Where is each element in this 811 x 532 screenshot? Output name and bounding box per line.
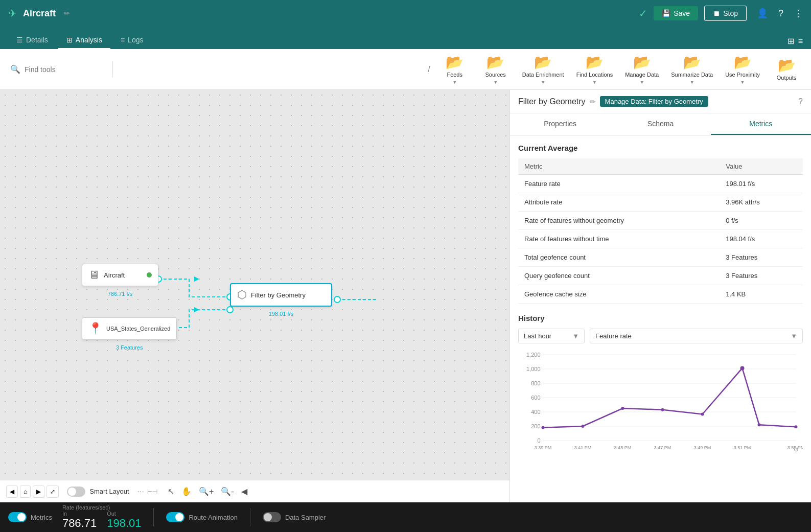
- metric-select-value: Feature rate: [595, 332, 632, 340]
- panel-title: Filter by Geometry: [518, 97, 586, 106]
- summarize-data-label: Summarize Data: [671, 72, 713, 78]
- metric-name: Total geofence count: [518, 248, 720, 267]
- table-row: Attribute rate 3.96K attr/s: [518, 193, 803, 212]
- details-icon: ☰: [16, 36, 23, 44]
- route-animation-toggle: Route Animation: [166, 512, 237, 522]
- history-section: History Last hour ▼ Feature rate ▼: [518, 314, 803, 452]
- out-label: Out: [107, 511, 141, 517]
- tool-outputs[interactable]: 📂 Outputs: [766, 49, 807, 90]
- pan-tool-button[interactable]: ✋: [179, 485, 194, 497]
- metric-select[interactable]: Feature rate ▼: [590, 329, 803, 343]
- toolbar: 🔍 / 📂 Feeds ▼ 📂 Sources ▼ 📂 Data Enrichm…: [0, 49, 811, 90]
- toolbar-search: 🔍: [4, 61, 113, 77]
- tool-summarize-data[interactable]: 📂 Summarize Data ▼: [665, 49, 719, 90]
- more-options-icon[interactable]: ⋮: [794, 8, 803, 19]
- zoom-in-button[interactable]: 🔍+: [197, 485, 216, 497]
- search-icon: 🔍: [10, 64, 20, 74]
- table-row: Rate of features without time 198.04 f/s: [518, 230, 803, 248]
- outputs-label: Outputs: [777, 75, 797, 81]
- dots-separator-icon: ···: [137, 487, 144, 496]
- node-aircraft[interactable]: 🖥 Aircraft 786.71 f/s: [82, 264, 158, 286]
- stop-button[interactable]: ⏹ Stop: [704, 6, 747, 21]
- list-view-icon[interactable]: ≡: [798, 37, 803, 46]
- table-row: Geofence cache size 1.4 KB: [518, 285, 803, 304]
- collapse-panel-button[interactable]: ◀: [239, 485, 249, 497]
- canvas[interactable]: 🖥 Aircraft 786.71 f/s 📍 USA_States_Gener…: [0, 90, 509, 502]
- tab-schema[interactable]: Schema: [610, 113, 710, 135]
- time-range-select[interactable]: Last hour ▼: [518, 329, 585, 343]
- summarize-data-arrow-icon: ▼: [690, 80, 694, 85]
- data-enrichment-icon: 📂: [534, 54, 552, 71]
- tab-logs[interactable]: ≡ Logs: [112, 32, 152, 49]
- zoom-out-button[interactable]: 🔍-: [219, 485, 236, 497]
- metric-value: 1.4 KB: [720, 285, 803, 304]
- node-usa-states[interactable]: 📍 USA_States_Generalized 3 Features: [82, 317, 177, 340]
- history-title: History: [518, 314, 803, 322]
- nav-next-icon[interactable]: ▶: [33, 485, 44, 498]
- metric-value: 198.01 f/s: [720, 175, 803, 193]
- panel-edit-icon[interactable]: ✏: [590, 98, 596, 106]
- metrics-switch[interactable]: [8, 512, 27, 522]
- smart-layout-switch[interactable]: [67, 487, 85, 497]
- tool-sources[interactable]: 📂 Sources ▼: [475, 49, 516, 90]
- time-range-value: Last hour: [524, 332, 551, 340]
- analysis-icon: ⊞: [66, 36, 73, 44]
- tool-feeds[interactable]: 📂 Feeds ▼: [434, 49, 475, 90]
- nav-prev-icon[interactable]: ◀: [6, 485, 18, 498]
- outputs-icon: 📂: [778, 57, 796, 74]
- bottom-bar: Metrics Rate (features/sec) In 786.71 Ou…: [0, 502, 811, 532]
- aircraft-status-indicator: [147, 272, 152, 277]
- smart-layout-label: Smart Layout: [89, 488, 129, 495]
- search-input[interactable]: [25, 65, 106, 74]
- svg-point-27: [758, 423, 761, 426]
- panel-tabs: Properties Schema Metrics: [510, 113, 811, 135]
- collapse-toolbar-icon[interactable]: /: [424, 65, 434, 74]
- main-content: 🖥 Aircraft 786.71 f/s 📍 USA_States_Gener…: [0, 90, 811, 502]
- nav-home-icon[interactable]: ⌂: [20, 485, 31, 498]
- metric-name: Attribute rate: [518, 193, 720, 212]
- tab-details[interactable]: ☰ Details: [8, 32, 56, 49]
- aircraft-node-icon: 🖥: [88, 268, 100, 282]
- metric-name: Query geofence count: [518, 267, 720, 285]
- panel-help-icon[interactable]: ?: [798, 97, 803, 106]
- node-separator-icon: ⊢⊣: [147, 488, 157, 495]
- app-title: Aircraft: [23, 8, 56, 19]
- title-edit-icon[interactable]: ✏: [64, 9, 70, 17]
- smart-layout-toggle[interactable]: Smart Layout: [67, 487, 129, 497]
- tool-use-proximity[interactable]: 📂 Use Proximity ▼: [719, 49, 766, 90]
- tab-analysis[interactable]: ⊞ Analysis: [58, 32, 110, 49]
- current-average-title: Current Average: [518, 144, 803, 152]
- summarize-data-icon: 📂: [683, 54, 701, 71]
- col-value: Value: [720, 158, 803, 175]
- aircraft-rate: 786.71 f/s: [108, 291, 132, 297]
- svg-point-21: [542, 426, 545, 429]
- manage-data-label: Manage Data: [625, 72, 659, 78]
- metrics-toggle: Metrics: [8, 512, 52, 522]
- data-sampler-switch[interactable]: [263, 512, 281, 522]
- node-filter-geometry[interactable]: ⬡ Filter by Geometry 198.01 f/s: [230, 283, 332, 307]
- select-tool-button[interactable]: ↖: [166, 485, 176, 497]
- tool-manage-data[interactable]: 📂 Manage Data ▼: [619, 49, 665, 90]
- tab-properties[interactable]: Properties: [510, 113, 610, 135]
- grid-view-icon[interactable]: ⊞: [787, 36, 794, 46]
- usa-states-node-label: USA_States_Generalized: [106, 326, 170, 332]
- metric-name: Geofence cache size: [518, 285, 720, 304]
- help-icon[interactable]: ?: [778, 8, 783, 19]
- manage-data-arrow-icon: ▼: [640, 80, 644, 85]
- tool-data-enrichment[interactable]: 📂 Data Enrichment ▼: [516, 49, 570, 90]
- data-enrichment-arrow-icon: ▼: [541, 80, 545, 85]
- user-icon[interactable]: 👤: [757, 8, 768, 19]
- svg-point-4: [334, 296, 340, 303]
- find-locations-arrow-icon: ▼: [592, 80, 597, 85]
- route-animation-knob: [175, 513, 183, 521]
- in-value: 786.71: [62, 517, 97, 530]
- route-animation-switch[interactable]: [166, 512, 184, 522]
- use-proximity-label: Use Proximity: [725, 72, 760, 78]
- table-row: Feature rate 198.01 f/s: [518, 175, 803, 193]
- panel-header: Filter by Geometry ✏ Manage Data: Filter…: [510, 90, 811, 113]
- tab-metrics[interactable]: Metrics: [711, 113, 811, 135]
- svg-text:3:41 PM: 3:41 PM: [574, 445, 592, 450]
- tool-find-locations[interactable]: 📂 Find Locations ▼: [570, 49, 619, 90]
- nav-fit-icon[interactable]: ⤢: [47, 485, 59, 498]
- save-button[interactable]: 💾 Save: [654, 6, 698, 20]
